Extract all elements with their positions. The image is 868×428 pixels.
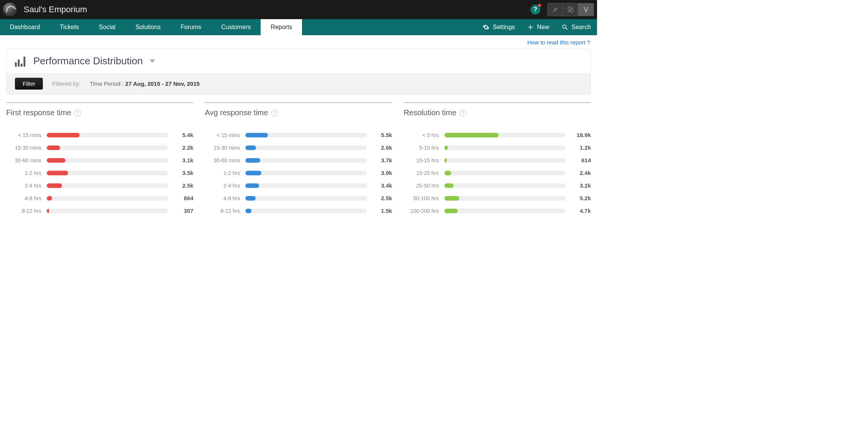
bar-row: 50-100 hrs5.2k [404,195,591,201]
bar-row: 4-8 hrs2.5k [205,195,392,201]
main-nav: DashboardTicketsSocialSolutionsForumsCus… [0,19,597,35]
org-name[interactable]: Saul's Emporium [24,5,87,15]
bar-row: 8-12 hrs1.5k [205,207,392,214]
bar-value: 3.4k [372,182,392,189]
time-period: Time Period : 27 Aug, 2015 - 27 Nov, 201… [90,80,200,87]
svg-rect-4 [18,59,20,67]
bar-value: 3.2k [571,182,591,189]
bar-track[interactable] [444,145,566,150]
nav-tab-forums[interactable]: Forums [171,19,211,35]
info-icon[interactable]: ? [460,109,467,116]
bar-value: 1.5k [372,207,392,214]
bar-fill [47,196,52,201]
nav-tab-solutions[interactable]: Solutions [126,19,171,35]
svg-point-1 [563,25,566,28]
bar-fill [245,209,251,213]
bar-row: 15-30 mins2.2k [6,144,193,151]
dist-column-0: First response time?< 15 mins5.4k15-30 m… [6,102,193,220]
nav-tab-dashboard[interactable]: Dashboard [0,19,50,35]
bar-label: 30-60 mins [205,157,240,163]
bar-label: 4-8 hrs [205,195,240,201]
bar-value: 3.9k [372,170,392,176]
bar-row: 1-2 hrs3.9k [205,170,392,176]
bar-track[interactable] [245,133,367,137]
bar-fill [444,158,447,163]
svg-line-0 [553,7,558,12]
how-to-read-link[interactable]: How to read this report ? [527,39,590,46]
bar-row: < 15 mins5.4k [6,132,193,138]
nav-tab-social[interactable]: Social [89,19,126,35]
bar-track[interactable] [47,145,168,150]
report-dropdown-caret[interactable] [150,59,155,63]
info-icon[interactable]: ? [74,109,81,116]
nav-search[interactable]: Search [555,19,597,35]
bar-row: 30-60 mins3.7k [205,157,392,163]
percent-icon[interactable] [563,3,578,16]
bar-fill [245,196,255,201]
bar-label: 2-4 hrs [6,183,41,189]
bar-row: < 15 mins5.5k [205,132,392,138]
nav-new-label: New [537,24,549,31]
bar-track[interactable] [245,158,367,163]
help-badge-icon[interactable]: ? [530,5,540,15]
period-label: Time Period : [90,80,126,87]
nav-tab-reports[interactable]: Reports [261,19,302,35]
bar-track[interactable] [444,209,566,213]
bar-track[interactable] [444,171,566,175]
bar-track[interactable] [47,183,168,188]
filter-row: Filter Filtered by: Time Period : 27 Aug… [7,73,591,94]
bar-value: 2.5k [173,182,193,189]
distribution-columns: First response time?< 15 mins5.4k15-30 m… [0,102,597,228]
bar-label: 25-50 hrs [404,183,439,189]
bar-track[interactable] [444,158,566,163]
bar-track[interactable] [444,196,566,201]
nav-settings[interactable]: Settings [476,19,521,35]
bar-label: 30-60 mins [6,157,41,163]
column-title-text: Resolution time [404,108,457,117]
bar-value: 3.7k [372,157,392,163]
bar-row: 2-4 hrs3.4k [205,182,392,189]
bar-row: 1-2 hrs3.5k [6,170,193,176]
filter-button[interactable]: Filter [15,78,43,90]
bar-value: 3.1k [173,157,193,163]
nav-tab-tickets[interactable]: Tickets [50,19,89,35]
bar-track[interactable] [47,209,168,213]
bar-fill [444,209,458,213]
bar-track[interactable] [47,196,168,201]
dist-column-1: Avg response time?< 15 mins5.5k15-30 min… [205,102,392,220]
bar-value: 864 [173,195,193,201]
bar-track[interactable] [245,183,367,188]
info-icon[interactable]: ? [271,109,278,116]
gear-icon [483,24,489,31]
bar-fill [444,196,459,201]
bar-label: 10-15 hrs [404,157,439,163]
bar-track[interactable] [245,209,367,213]
nav-new[interactable]: New [521,19,555,35]
nav-search-label: Search [571,24,591,31]
bar-label: 15-25 hrs [404,170,439,176]
bar-track[interactable] [245,171,367,175]
bar-value: 307 [173,207,193,214]
nav-tab-customers[interactable]: Customers [211,19,261,35]
bar-track[interactable] [245,196,367,201]
bar-label: 1-2 hrs [205,170,240,176]
bar-track[interactable] [47,133,168,137]
avatar-button[interactable]: V [578,3,594,16]
bar-track[interactable] [47,171,168,175]
bar-row: 25-50 hrs3.2k [404,182,591,189]
bar-row: 5-10 hrs1.2k [404,144,591,151]
top-button-group: V [547,3,594,16]
bar-fill [245,145,256,150]
app-logo[interactable] [3,3,17,16]
bar-track[interactable] [444,183,566,188]
svg-rect-3 [15,62,17,66]
svg-line-2 [566,28,568,30]
bar-row: 8-12 hrs307 [6,207,193,214]
bar-label: 50-100 hrs [404,195,439,201]
bar-track[interactable] [47,158,168,163]
bar-track[interactable] [245,145,367,150]
bar-label: < 15 mins [6,132,41,138]
eco-disabled-icon[interactable] [548,3,563,16]
bar-track[interactable] [444,133,566,137]
bar-row: 100-200 hrs4.7k [404,207,591,214]
